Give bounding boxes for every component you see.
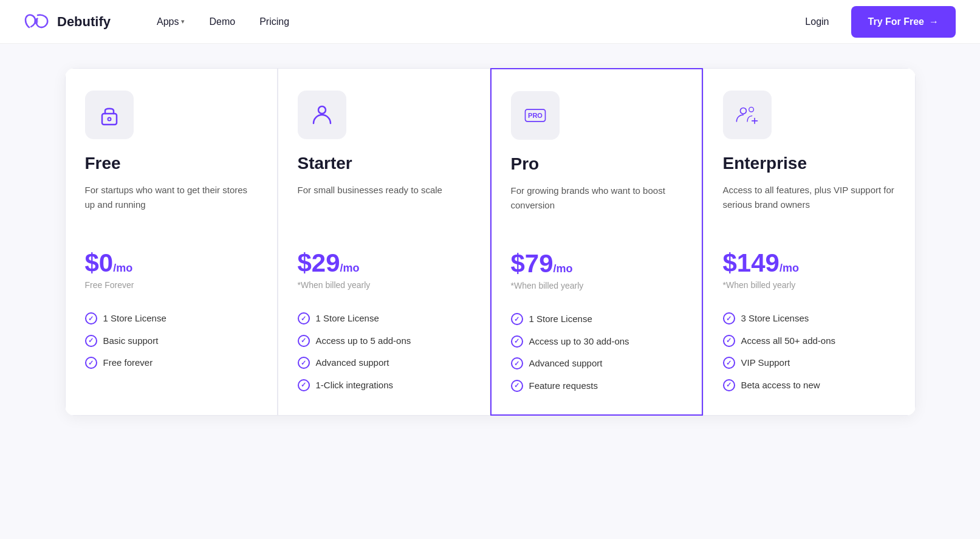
svg-rect-1 bbox=[102, 114, 117, 125]
features-list-pro: 1 Store License Access up to 30 add-ons … bbox=[511, 312, 682, 393]
check-icon bbox=[723, 357, 735, 369]
check-icon bbox=[298, 312, 310, 324]
features-list-free: 1 Store License Basic support Free forev… bbox=[85, 312, 258, 370]
feature-item: Free forever bbox=[85, 356, 258, 370]
check-icon bbox=[723, 379, 735, 391]
check-icon bbox=[298, 357, 310, 369]
check-icon bbox=[298, 335, 310, 347]
svg-point-0 bbox=[35, 18, 38, 24]
plan-card-enterprise: Enterprise Access to all features, plus … bbox=[703, 68, 916, 416]
svg-point-3 bbox=[318, 106, 326, 114]
apps-chevron-icon: ▾ bbox=[181, 18, 185, 26]
check-icon bbox=[85, 312, 97, 324]
check-icon bbox=[85, 357, 97, 369]
check-icon bbox=[511, 313, 523, 325]
header: Debutify Apps ▾ Demo Pricing Login Try F… bbox=[0, 0, 980, 44]
check-icon bbox=[298, 379, 310, 391]
feature-item: 1 Store License bbox=[511, 312, 682, 326]
check-icon bbox=[511, 357, 523, 369]
feature-item: Beta access to new bbox=[723, 379, 896, 393]
feature-item: VIP Support bbox=[723, 356, 896, 370]
features-list-enterprise: 3 Store Licenses Access all 50+ add-ons … bbox=[723, 312, 896, 392]
check-icon bbox=[723, 335, 735, 347]
login-button[interactable]: Login bbox=[795, 12, 838, 32]
feature-item: Access up to 5 add-ons bbox=[298, 334, 470, 348]
plan-billing-free: Free Forever bbox=[85, 280, 258, 292]
plan-price-starter: $29/mo bbox=[298, 249, 470, 278]
plan-desc-free: For startups who want to get their store… bbox=[85, 183, 258, 232]
plan-price-enterprise: $149/mo bbox=[723, 249, 896, 278]
feature-item: Advanced support bbox=[298, 356, 470, 370]
plan-name-free: Free bbox=[85, 154, 258, 173]
plan-icon-free bbox=[85, 91, 134, 139]
plan-desc-pro: For growing brands who want to boost con… bbox=[511, 184, 682, 232]
plan-card-free: Free For startups who want to get their … bbox=[65, 68, 278, 416]
svg-text:PRO: PRO bbox=[528, 112, 543, 119]
plan-desc-starter: For small businesses ready to scale bbox=[298, 183, 470, 232]
feature-item: Feature requests bbox=[511, 379, 682, 393]
plan-icon-starter bbox=[298, 91, 346, 139]
nav-pricing[interactable]: Pricing bbox=[250, 12, 299, 32]
plan-billing-starter: *When billed yearly bbox=[298, 280, 470, 292]
plan-icon-enterprise bbox=[723, 91, 772, 139]
feature-item: 1 Store License bbox=[298, 312, 470, 326]
plan-desc-enterprise: Access to all features, plus VIP support… bbox=[723, 183, 896, 232]
header-actions: Login Try For Free → bbox=[795, 6, 956, 38]
plan-name-starter: Starter bbox=[298, 154, 470, 173]
check-icon bbox=[723, 312, 735, 324]
pricing-section: Free For startups who want to get their … bbox=[0, 44, 980, 539]
feature-item: 1-Click integrations bbox=[298, 379, 470, 393]
feature-item: Basic support bbox=[85, 334, 258, 348]
main-nav: Apps ▾ Demo Pricing bbox=[147, 12, 299, 32]
plan-billing-enterprise: *When billed yearly bbox=[723, 280, 896, 292]
plan-icon-pro: PRO bbox=[511, 91, 560, 140]
logo[interactable]: Debutify bbox=[24, 13, 111, 31]
feature-item: Access all 50+ add-ons bbox=[723, 334, 896, 348]
nav-demo[interactable]: Demo bbox=[199, 12, 245, 32]
feature-item: Access up to 30 add-ons bbox=[511, 335, 682, 349]
plan-price-free: $0/mo bbox=[85, 249, 258, 278]
plan-card-pro: PRO Pro For growing brands who want to b… bbox=[490, 68, 703, 416]
svg-point-7 bbox=[749, 107, 753, 112]
plan-name-pro: Pro bbox=[511, 154, 682, 174]
plan-price-pro: $79/mo bbox=[511, 249, 682, 278]
svg-point-2 bbox=[108, 118, 111, 121]
try-btn-label: Try For Free bbox=[868, 16, 924, 27]
logo-text: Debutify bbox=[57, 14, 111, 30]
check-icon bbox=[511, 380, 523, 392]
plan-billing-pro: *When billed yearly bbox=[511, 281, 682, 293]
feature-item: Advanced support bbox=[511, 357, 682, 371]
try-btn-arrow: → bbox=[929, 16, 939, 27]
feature-item: 1 Store License bbox=[85, 312, 258, 326]
features-list-starter: 1 Store License Access up to 5 add-ons A… bbox=[298, 312, 470, 392]
check-icon bbox=[511, 335, 523, 348]
plan-card-starter: Starter For small businesses ready to sc… bbox=[278, 68, 490, 416]
feature-item: 3 Store Licenses bbox=[723, 312, 896, 326]
svg-point-6 bbox=[740, 108, 746, 114]
pricing-grid: Free For startups who want to get their … bbox=[65, 68, 916, 416]
plan-name-enterprise: Enterprise bbox=[723, 154, 896, 173]
nav-apps[interactable]: Apps ▾ bbox=[147, 12, 194, 32]
try-for-free-button[interactable]: Try For Free → bbox=[851, 6, 956, 38]
check-icon bbox=[85, 335, 97, 347]
